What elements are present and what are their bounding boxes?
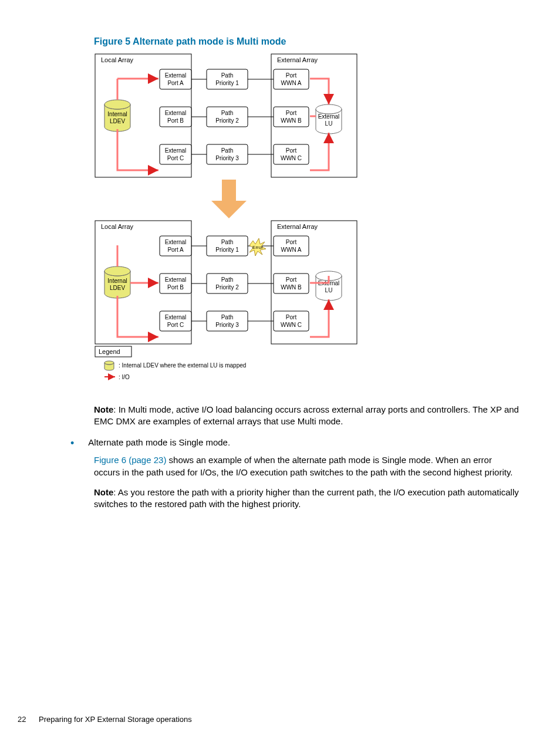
svg-text:External Array: External Array [277,223,318,230]
footer-title: Preparing for XP External Storage operat… [39,715,192,724]
svg-text:Port A: Port A [167,247,184,253]
note-label: Note [94,404,113,414]
svg-text:WWN C: WWN C [281,322,302,328]
note-text: : As you restore the path with a priorit… [94,487,519,509]
note-text: : In Multi mode, active I/O load balanci… [94,404,519,426]
svg-point-7 [316,104,342,114]
svg-text:: Internal LDEV where the exte: : Internal LDEV where the external LU is… [119,362,246,369]
page-footer: 22 Preparing for XP External Storage ope… [18,714,192,725]
bullet-text: Alternate path mode is Single mode. [88,437,519,450]
svg-text:Port C: Port C [167,322,184,328]
svg-point-48 [104,266,130,276]
svg-text:External: External [165,147,187,154]
svg-text:Local Array: Local Array [101,56,134,63]
svg-text:External: External [165,72,187,79]
svg-text:Priority 3: Priority 3 [215,155,239,161]
svg-text:LU: LU [325,287,333,293]
svg-text:Port B: Port B [167,117,184,124]
bullet-icon: • [70,437,74,450]
svg-text:Port: Port [286,276,297,283]
note-label: Note [94,487,113,497]
svg-text:Priority 2: Priority 2 [215,284,239,291]
svg-text:WWN B: WWN B [281,117,302,124]
page: Figure 5 Alternate path mode is Multi mo… [0,0,560,746]
bullet-single-mode: • Alternate path mode is Single mode. [70,437,519,450]
svg-text:WWN C: WWN C [281,155,302,161]
svg-text:Path: Path [221,239,234,245]
svg-point-4 [104,100,130,109]
svg-text:External Array: External Array [277,56,318,63]
svg-text:Port B: Port B [167,284,184,291]
svg-text:: I/O: : I/O [119,374,130,380]
page-number: 22 [18,715,26,724]
svg-text:LU: LU [325,120,333,127]
svg-text:External: External [165,110,187,116]
svg-text:Path: Path [221,147,234,154]
svg-text:Port: Port [286,147,297,154]
svg-text:Priority 3: Priority 3 [215,322,239,328]
svg-text:Port: Port [286,239,297,245]
diagram: Local Array External Array Internal LDEV… [94,53,519,386]
svg-text:Path: Path [221,110,234,116]
svg-point-92 [104,361,114,364]
svg-text:Port: Port [286,72,297,79]
paragraph-figure6: Figure 6 (page 23) shows an example of w… [94,454,519,478]
note-multi-mode: Note: In Multi mode, active I/O load bal… [94,404,519,428]
svg-text:Error: Error [252,245,263,250]
svg-text:Port A: Port A [167,80,184,86]
figure-title: Figure 5 Alternate path mode is Multi mo… [94,35,519,48]
svg-text:Internal: Internal [107,111,127,117]
note-restore-path: Note: As you restore the path with a pri… [94,487,519,511]
svg-text:LDEV: LDEV [110,285,125,291]
svg-text:Internal: Internal [107,278,127,284]
svg-text:External: External [318,113,340,120]
svg-text:Path: Path [221,72,234,79]
svg-text:Legend: Legend [99,348,120,355]
svg-text:Priority 2: Priority 2 [215,117,239,124]
svg-text:Port: Port [286,314,297,320]
svg-text:LDEV: LDEV [110,118,125,124]
svg-text:Priority 1: Priority 1 [215,247,239,253]
figure-6-link[interactable]: Figure 6 (page 23) [94,455,166,465]
svg-text:WWN A: WWN A [281,80,302,86]
svg-text:Path: Path [221,314,234,320]
svg-text:Priority 1: Priority 1 [215,80,239,86]
svg-text:External: External [165,239,187,245]
svg-text:External: External [165,314,187,320]
svg-text:WWN A: WWN A [281,247,302,253]
svg-text:External: External [165,276,187,283]
svg-text:WWN B: WWN B [281,284,302,291]
svg-text:Path: Path [221,276,234,283]
svg-text:Port C: Port C [167,155,184,161]
svg-text:Port: Port [286,110,297,116]
svg-text:Local Array: Local Array [101,223,134,230]
